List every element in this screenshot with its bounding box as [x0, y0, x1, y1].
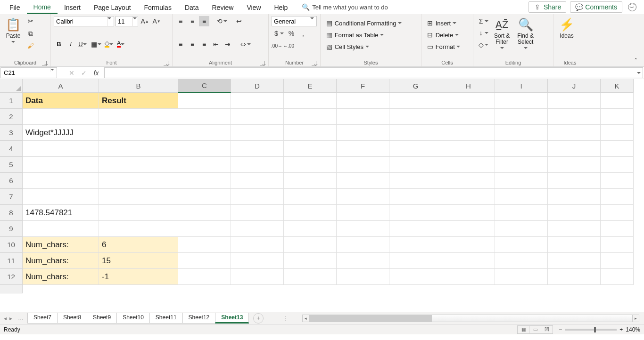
normal-view-button[interactable]: ▦ — [517, 325, 529, 334]
cell-H11[interactable] — [442, 253, 495, 269]
cell-C11[interactable] — [178, 253, 231, 269]
cell-J1[interactable] — [548, 93, 601, 109]
cell-F2[interactable] — [337, 109, 389, 125]
font-name-input[interactable] — [54, 18, 107, 25]
cell-B7[interactable] — [99, 189, 178, 205]
autosum-button[interactable]: Σ — [476, 16, 489, 26]
cell-J9[interactable] — [548, 221, 601, 237]
cell-A2[interactable] — [23, 109, 99, 125]
sheet-tab-sheet11[interactable]: Sheet11 — [149, 313, 183, 324]
scroll-right-icon[interactable]: ▸ — [632, 315, 639, 322]
row-header-8[interactable]: 8 — [0, 205, 23, 221]
cell-E7[interactable] — [284, 189, 337, 205]
cell-F3[interactable] — [337, 125, 389, 141]
row-header-2[interactable]: 2 — [0, 109, 23, 125]
column-header-H[interactable]: H — [442, 79, 495, 93]
cell-F7[interactable] — [337, 189, 389, 205]
tab-scroll-left-icon[interactable]: ◂ — [4, 315, 7, 322]
cell-D7[interactable] — [231, 189, 284, 205]
cell-A7[interactable] — [23, 189, 99, 205]
cell-A12[interactable]: Num_chars: — [23, 269, 99, 285]
formula-input[interactable] — [104, 67, 643, 78]
cell-I12[interactable] — [495, 269, 548, 285]
cell-K7[interactable] — [601, 189, 634, 205]
sheet-tab-sheet12[interactable]: Sheet12 — [182, 313, 216, 324]
align-bottom-button[interactable]: ≡ — [199, 16, 209, 26]
cell-H7[interactable] — [442, 189, 495, 205]
fx-icon[interactable]: fx — [92, 69, 100, 77]
collapse-ribbon-button[interactable]: ˄ — [627, 55, 644, 66]
cell-H8[interactable] — [442, 205, 495, 221]
zoom-slider[interactable] — [565, 329, 617, 331]
cell-G1[interactable] — [389, 93, 442, 109]
cell-K3[interactable] — [601, 125, 634, 141]
cell-D11[interactable] — [231, 253, 284, 269]
cell-B9[interactable] — [99, 221, 178, 237]
share-button[interactable]: ⇪ Share — [528, 1, 566, 13]
insert-cells-button[interactable]: ⊞ Insert — [424, 18, 458, 28]
cell-B8[interactable] — [99, 205, 178, 221]
cell-E3[interactable] — [284, 125, 337, 141]
column-header-C[interactable]: C — [178, 79, 231, 93]
borders-button[interactable]: ▦ — [89, 39, 102, 49]
cell-E2[interactable] — [284, 109, 337, 125]
cut-button[interactable]: ✂ — [25, 16, 36, 26]
cell-K9[interactable] — [601, 221, 634, 237]
dialog-launcher-icon[interactable] — [42, 61, 47, 65]
clear-button[interactable]: ◇ — [476, 40, 489, 50]
cell-E1[interactable] — [284, 93, 337, 109]
row-header-5[interactable]: 5 — [0, 157, 23, 173]
cell-J11[interactable] — [548, 253, 601, 269]
cell-H6[interactable] — [442, 173, 495, 189]
cell-B2[interactable] — [99, 109, 178, 125]
zoom-in-button[interactable]: + — [619, 326, 623, 333]
cell-G8[interactable] — [389, 205, 442, 221]
cell-K2[interactable] — [601, 109, 634, 125]
cell-H12[interactable] — [442, 269, 495, 285]
cell-B6[interactable] — [99, 173, 178, 189]
align-middle-button[interactable]: ≡ — [187, 16, 198, 26]
cell-A6[interactable] — [23, 173, 99, 189]
cell-A11[interactable]: Num_chars: — [23, 253, 99, 269]
cell-D2[interactable] — [231, 109, 284, 125]
cell-C8[interactable] — [178, 205, 231, 221]
tab-view[interactable]: View — [240, 1, 267, 13]
cell-G12[interactable] — [389, 269, 442, 285]
orientation-button[interactable]: ⟲ — [215, 16, 228, 26]
cell-H4[interactable] — [442, 141, 495, 157]
comma-button[interactable]: , — [298, 28, 308, 39]
bold-button[interactable]: B — [54, 39, 64, 49]
column-header-A[interactable]: A — [23, 79, 99, 93]
row-header-3[interactable]: 3 — [0, 125, 23, 141]
cell-G7[interactable] — [389, 189, 442, 205]
column-header-D[interactable]: D — [231, 79, 284, 93]
cell-C2[interactable] — [178, 109, 231, 125]
chevron-down-icon[interactable] — [107, 16, 114, 26]
cell-B5[interactable] — [99, 157, 178, 173]
sheet-tab-sheet9[interactable]: Sheet9 — [87, 313, 117, 324]
cell-G4[interactable] — [389, 141, 442, 157]
align-right-button[interactable]: ≡ — [199, 39, 209, 49]
cell-K4[interactable] — [601, 141, 634, 157]
cell-I9[interactable] — [495, 221, 548, 237]
shrink-font-button[interactable]: A▼ — [151, 16, 162, 26]
cell-G5[interactable] — [389, 157, 442, 173]
cell-E12[interactable] — [284, 269, 337, 285]
cell-C9[interactable] — [178, 221, 231, 237]
column-header-B[interactable]: B — [99, 79, 178, 93]
cell-I5[interactable] — [495, 157, 548, 173]
row-header-4[interactable]: 4 — [0, 141, 23, 157]
row-header-13[interactable] — [0, 285, 23, 293]
cell-J2[interactable] — [548, 109, 601, 125]
cell-H2[interactable] — [442, 109, 495, 125]
merge-center-button[interactable]: ⇔ — [239, 39, 252, 49]
cell-F10[interactable] — [337, 237, 389, 253]
column-header-E[interactable]: E — [284, 79, 337, 93]
cell-E8[interactable] — [284, 205, 337, 221]
cell-H10[interactable] — [442, 237, 495, 253]
cell-J10[interactable] — [548, 237, 601, 253]
cell-C7[interactable] — [178, 189, 231, 205]
cell-B3[interactable] — [99, 125, 178, 141]
cell-E11[interactable] — [284, 253, 337, 269]
dialog-launcher-icon[interactable] — [164, 61, 168, 65]
